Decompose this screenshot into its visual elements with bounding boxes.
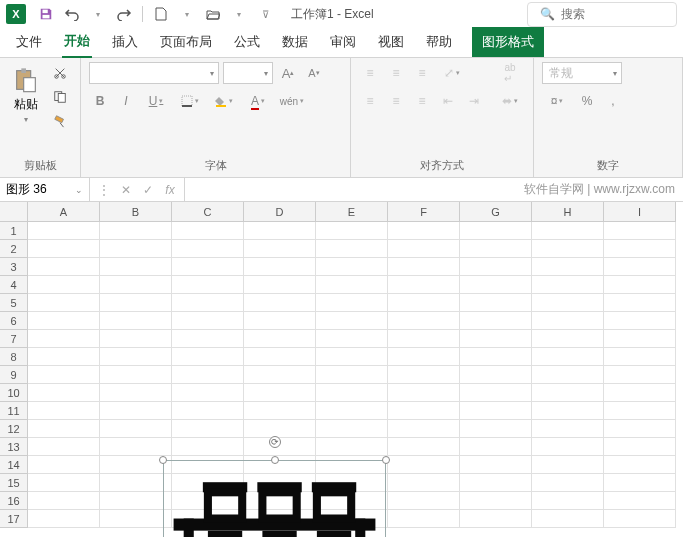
cell[interactable]: [460, 276, 532, 294]
cell[interactable]: [388, 384, 460, 402]
cell[interactable]: [244, 420, 316, 438]
cell[interactable]: [388, 366, 460, 384]
search-box[interactable]: 🔍 搜索: [527, 2, 677, 27]
cell[interactable]: [172, 240, 244, 258]
cell[interactable]: [388, 258, 460, 276]
cell[interactable]: [604, 492, 676, 510]
align-left-button[interactable]: ≡: [359, 90, 381, 112]
cell[interactable]: [388, 420, 460, 438]
cell[interactable]: [604, 420, 676, 438]
rotate-handle[interactable]: ⟳: [269, 436, 281, 448]
row-header[interactable]: 6: [0, 312, 28, 330]
cell[interactable]: [100, 276, 172, 294]
format-painter-button[interactable]: [48, 110, 72, 132]
worksheet-grid[interactable]: ABCDEFGHI 1234567891011121314151617 ⟳: [0, 202, 683, 537]
cell[interactable]: [460, 474, 532, 492]
italic-button[interactable]: I: [115, 90, 137, 112]
cell[interactable]: [28, 294, 100, 312]
cell[interactable]: [100, 474, 172, 492]
cell[interactable]: [100, 402, 172, 420]
cell[interactable]: [460, 312, 532, 330]
cell[interactable]: [100, 240, 172, 258]
cell[interactable]: [532, 402, 604, 420]
cell[interactable]: [460, 420, 532, 438]
column-header[interactable]: C: [172, 202, 244, 222]
cell[interactable]: [460, 456, 532, 474]
tab-data[interactable]: 数据: [280, 27, 310, 57]
cell[interactable]: [172, 402, 244, 420]
cell[interactable]: [460, 510, 532, 528]
cell[interactable]: [100, 384, 172, 402]
cell[interactable]: [316, 276, 388, 294]
align-center-button[interactable]: ≡: [385, 90, 407, 112]
resize-handle-tl[interactable]: [159, 456, 167, 464]
cell[interactable]: [316, 366, 388, 384]
cell[interactable]: [244, 384, 316, 402]
border-button[interactable]: [175, 90, 205, 112]
currency-button[interactable]: ¤: [542, 90, 572, 112]
resize-handle-tr[interactable]: [382, 456, 390, 464]
cell[interactable]: [532, 474, 604, 492]
paste-button[interactable]: 粘贴 ▾: [8, 62, 44, 128]
undo-button[interactable]: [60, 2, 84, 26]
cell[interactable]: [460, 438, 532, 456]
cell[interactable]: [100, 294, 172, 312]
cell[interactable]: [460, 366, 532, 384]
cell[interactable]: [532, 348, 604, 366]
row-header[interactable]: 4: [0, 276, 28, 294]
cell[interactable]: [460, 492, 532, 510]
new-dropdown[interactable]: ▾: [175, 2, 199, 26]
cell[interactable]: [172, 348, 244, 366]
cell[interactable]: [28, 402, 100, 420]
cell[interactable]: [316, 294, 388, 312]
cell[interactable]: [244, 330, 316, 348]
cell[interactable]: [532, 492, 604, 510]
cell[interactable]: [244, 312, 316, 330]
cell[interactable]: [388, 474, 460, 492]
cell[interactable]: [532, 366, 604, 384]
qat-customize[interactable]: ⊽: [253, 2, 277, 26]
save-button[interactable]: [34, 2, 58, 26]
enter-button[interactable]: ✓: [138, 180, 158, 200]
cell[interactable]: [28, 492, 100, 510]
cell[interactable]: [460, 384, 532, 402]
tab-review[interactable]: 审阅: [328, 27, 358, 57]
cell[interactable]: [604, 456, 676, 474]
cell[interactable]: [172, 276, 244, 294]
name-box[interactable]: 图形 36 ⌄: [0, 178, 90, 201]
select-all-corner[interactable]: [0, 202, 28, 222]
cell[interactable]: [388, 510, 460, 528]
tab-formulas[interactable]: 公式: [232, 27, 262, 57]
cell[interactable]: [604, 312, 676, 330]
cell[interactable]: [604, 294, 676, 312]
cell[interactable]: [316, 330, 388, 348]
cell[interactable]: [100, 366, 172, 384]
decrease-indent-button[interactable]: ⇤: [437, 90, 459, 112]
cell[interactable]: [316, 222, 388, 240]
tab-view[interactable]: 视图: [376, 27, 406, 57]
cell[interactable]: [172, 366, 244, 384]
cell[interactable]: [460, 294, 532, 312]
row-header[interactable]: 1: [0, 222, 28, 240]
cell[interactable]: [28, 366, 100, 384]
cell[interactable]: [532, 258, 604, 276]
cell[interactable]: [532, 384, 604, 402]
column-header[interactable]: D: [244, 202, 316, 222]
cell[interactable]: [532, 222, 604, 240]
cell[interactable]: [172, 294, 244, 312]
cancel-button[interactable]: ✕: [116, 180, 136, 200]
font-size-combo[interactable]: [223, 62, 273, 84]
tab-pagelayout[interactable]: 页面布局: [158, 27, 214, 57]
cell[interactable]: [100, 330, 172, 348]
cell[interactable]: [604, 240, 676, 258]
cell[interactable]: [28, 312, 100, 330]
tab-home[interactable]: 开始: [62, 26, 92, 58]
column-header[interactable]: B: [100, 202, 172, 222]
row-header[interactable]: 12: [0, 420, 28, 438]
row-header[interactable]: 17: [0, 510, 28, 528]
cell[interactable]: [604, 510, 676, 528]
column-header[interactable]: G: [460, 202, 532, 222]
tab-help[interactable]: 帮助: [424, 27, 454, 57]
merge-button[interactable]: ⬌: [495, 90, 525, 112]
resize-handle-tm[interactable]: [271, 456, 279, 464]
